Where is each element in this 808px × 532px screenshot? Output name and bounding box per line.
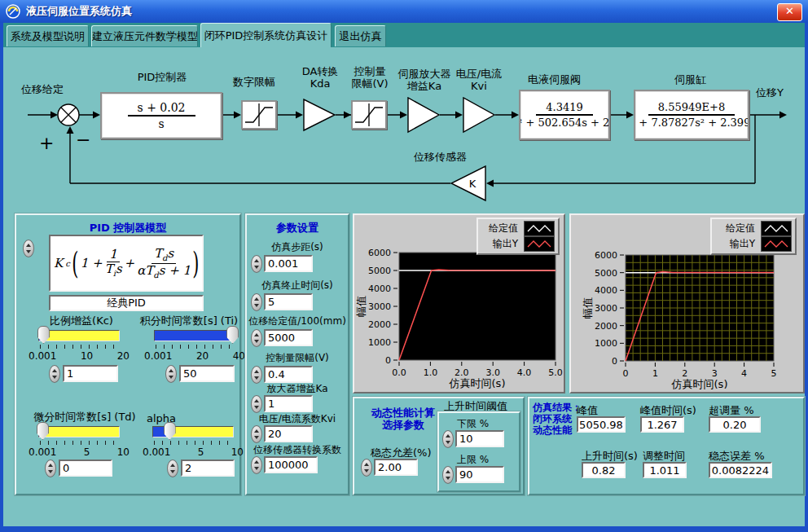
td-slider-ticks: [40, 441, 120, 445]
alpha-slider-thumb[interactable]: [164, 422, 176, 440]
lower-limit-spinner[interactable]: [442, 430, 454, 448]
ti-slider-thumb[interactable]: [226, 326, 239, 344]
pid-formula-display: Kc(1 + 1Tis + TdsαTds + 1 ): [49, 235, 204, 292]
kc-spinner[interactable]: [49, 365, 60, 383]
svg-text:0.0: 0.0: [392, 367, 406, 378]
saturation-icon: [241, 100, 277, 130]
svg-text:6000: 6000: [595, 250, 617, 261]
da-gain-icon: [303, 99, 336, 132]
kvi-gain-icon: [463, 97, 496, 134]
results-heading-3: 动态性能: [533, 424, 572, 437]
setpoint-spinner[interactable]: [251, 329, 262, 347]
ss-tolerance-spinner[interactable]: [361, 459, 372, 477]
sim-step-input[interactable]: [264, 255, 313, 272]
svg-text:2000: 2000: [368, 319, 391, 330]
kvi-coef-input[interactable]: [264, 425, 313, 442]
rise-time-display: 0.82: [582, 462, 626, 478]
svg-text:4: 4: [741, 368, 747, 379]
svg-text:2000: 2000: [595, 321, 617, 332]
digital-limit-label: 数字限幅: [233, 75, 275, 90]
ss-tolerance-input[interactable]: [374, 459, 418, 476]
legend-row-output[interactable]: 输出Y: [715, 236, 792, 252]
kc-slider-ticks: [40, 345, 120, 349]
control-limit-label: 控制量限幅(V): [344, 65, 396, 90]
kc-input[interactable]: [63, 365, 118, 382]
chart-legend: 给定值 输出Y: [476, 218, 560, 255]
svg-text:0: 0: [612, 356, 617, 367]
setpoint-swatch[interactable]: [761, 221, 792, 236]
chart-panel-left: 01000200030004000500060000.01.02.03.04.0…: [353, 213, 565, 394]
sim-end-time-spinner[interactable]: [251, 293, 262, 311]
alpha-spinner[interactable]: [167, 459, 178, 477]
param-settings-panel: 参数设置 仿真步距(s) 仿真终止时间(s) 位移给定值/100(mm) 控制量…: [245, 213, 349, 495]
td-input[interactable]: [59, 459, 112, 477]
lower-limit-input[interactable]: [455, 430, 504, 447]
ti-slider[interactable]: [154, 330, 235, 341]
td-slider-thumb[interactable]: [37, 422, 49, 440]
sum-minus-sign: −: [76, 130, 90, 150]
rise-time-threshold-group: 下限 % 上限 %: [437, 411, 520, 492]
output-swatch[interactable]: [761, 236, 792, 252]
svg-text:5000: 5000: [595, 268, 617, 279]
kvi-coef-spinner[interactable]: [251, 425, 262, 443]
cylinder-block-title: 伺服缸: [674, 73, 706, 87]
legend-row-setpoint[interactable]: 给定值: [715, 221, 792, 236]
pid-panel-title: PID 控制器模型: [16, 222, 239, 234]
svg-text:1000: 1000: [595, 338, 617, 349]
svg-text:5: 5: [771, 368, 777, 379]
legend-row-setpoint[interactable]: 给定值: [481, 221, 555, 236]
svg-text:3000: 3000: [368, 301, 391, 312]
dynamic-perf-panel: 动态性能计算选择参数 稳态允差(%) 上升时间阈值 下限 % 上限 %: [353, 397, 525, 495]
svg-text:仿真时间(s): 仿真时间(s): [671, 378, 728, 390]
input-label: 位移给定: [21, 82, 64, 97]
chart-legend: 给定值 输出Y: [710, 218, 797, 255]
svg-text:K: K: [469, 178, 476, 190]
sim-step-spinner[interactable]: [251, 255, 262, 273]
amp-gain-spinner[interactable]: [251, 395, 262, 413]
ss-error-display: 0.0082224: [709, 462, 772, 478]
svg-text:1: 1: [652, 368, 658, 379]
pid-model-panel: PID 控制器模型 Kc(1 + 1Tis + TdsαTds + 1 ) 经典…: [15, 213, 241, 495]
alpha-slider[interactable]: [152, 426, 234, 437]
sensor-coef-label: 位移传感器转换系数: [247, 444, 348, 456]
control-limit-spinner[interactable]: [251, 366, 262, 384]
peak-value-display: 5050.98: [577, 416, 626, 433]
svg-text:仿真时间(s): 仿真时间(s): [449, 377, 506, 389]
setpoint-input[interactable]: [264, 329, 313, 346]
upper-limit-input[interactable]: [455, 466, 504, 483]
svg-text:4000: 4000: [595, 285, 617, 296]
kc-slider[interactable]: [38, 330, 120, 341]
ti-spinner[interactable]: [165, 365, 177, 383]
upper-limit-label: 上限 %: [457, 453, 489, 467]
ti-input[interactable]: [179, 365, 235, 382]
sensor-label: 位移传感器: [414, 150, 467, 165]
control-limit-input[interactable]: [264, 366, 313, 383]
svg-text:幅值: 幅值: [582, 297, 594, 319]
svg-text:幅值: 幅值: [355, 296, 367, 317]
saturation-icon: [351, 100, 387, 130]
alpha-slider-scale: 0.001510: [143, 446, 244, 458]
alpha-input[interactable]: [181, 459, 235, 477]
svg-text:6000: 6000: [368, 248, 391, 258]
svg-text:1000: 1000: [368, 337, 391, 348]
kc-slider-label: 比例增益(Kc): [24, 314, 138, 327]
sensor-coef-spinner[interactable]: [251, 456, 262, 474]
sensor-coef-input[interactable]: [264, 456, 318, 473]
svg-text:5.0: 5.0: [548, 367, 563, 378]
sim-results-panel: 仿真结果： 闭环系统 动态性能 峰值 5050.98 峰值时间(s) 1.267…: [528, 397, 805, 495]
amp-gain-input[interactable]: [264, 395, 313, 412]
pid-model-spinner[interactable]: [23, 240, 34, 257]
setpoint-label: 位移给定值/100(mm): [247, 315, 348, 328]
td-slider[interactable]: [38, 426, 120, 437]
kc-slider-thumb[interactable]: [37, 326, 50, 344]
upper-limit-spinner[interactable]: [442, 466, 454, 484]
output-swatch[interactable]: [524, 236, 555, 252]
sim-end-time-input[interactable]: [264, 293, 313, 310]
legend-row-output[interactable]: 输出Y: [481, 236, 555, 252]
tab-closed-loop-pid[interactable]: 闭环PID控制系统仿真设计: [200, 23, 332, 47]
svg-text:3000: 3000: [595, 303, 617, 314]
setpoint-swatch[interactable]: [524, 221, 555, 236]
output-label: 位移Y: [756, 86, 784, 100]
td-spinner[interactable]: [45, 459, 56, 477]
valve-transfer-fn: 4.3419 s² + 502.654s + 25: [519, 90, 610, 140]
